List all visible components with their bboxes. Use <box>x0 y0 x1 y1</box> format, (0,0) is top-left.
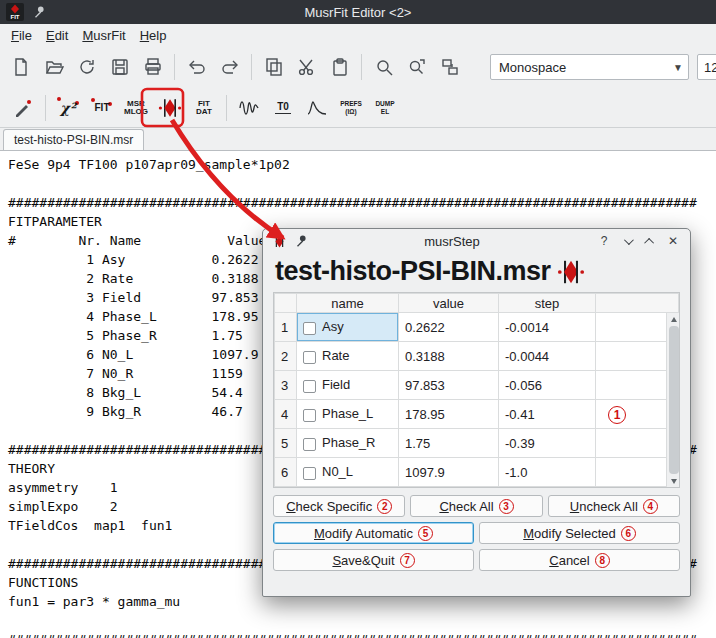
value-cell[interactable]: 1097.9 <box>399 458 499 487</box>
row-number: 1 <box>275 313 297 342</box>
paste-icon[interactable] <box>323 51 356 84</box>
menu-help[interactable]: Help <box>133 26 174 45</box>
uncheck-all-label: Uncheck All <box>570 499 638 514</box>
prefs-icon[interactable]: PREFS (ΙΩ) <box>334 91 368 125</box>
modify-selected-button[interactable]: Modify Selected 6 <box>479 522 680 544</box>
modify-automatic-button[interactable]: Modify Automatic 5 <box>273 522 474 544</box>
toolbar-separator <box>361 54 362 80</box>
name-cell[interactable]: Asy <box>297 313 399 342</box>
checkbox[interactable] <box>303 467 316 480</box>
dump-icon[interactable]: DUMP EL <box>368 91 402 125</box>
menu-musrfit[interactable]: MusrFit <box>75 26 132 45</box>
uncheck-all-button[interactable]: Uncheck All 4 <box>548 495 680 517</box>
scrollbar-thumb[interactable] <box>669 326 679 474</box>
checkbox[interactable] <box>303 380 316 393</box>
table-scrollbar[interactable] <box>666 313 679 487</box>
pin-icon[interactable] <box>294 234 308 248</box>
undo-icon[interactable] <box>180 51 213 84</box>
musrfit-app-icon[interactable]: FIT <box>6 3 24 21</box>
checkbox[interactable] <box>303 409 316 422</box>
value-cell[interactable]: 97.853 <box>399 371 499 400</box>
param-name: N0_L <box>322 464 353 479</box>
font-size-spinner[interactable]: 12 <box>697 54 716 80</box>
checkbox[interactable] <box>303 438 316 451</box>
value-cell[interactable]: 0.2622 <box>399 313 499 342</box>
column-header-name[interactable]: name <box>297 294 399 313</box>
annotation-1: 1 <box>608 406 626 424</box>
dialog-titlebar: musrStep ? ✕ <box>263 229 690 253</box>
save-quit-button[interactable]: Save&Quit 7 <box>273 549 474 571</box>
name-cell[interactable]: Phase_R <box>297 429 399 458</box>
table-row: 1 Asy 0.2622 -0.0014 <box>275 313 679 342</box>
musrstep-dialog: musrStep ? ✕ test-histo-PSI-BIN.msr name… <box>262 228 691 597</box>
close-icon[interactable]: ✕ <box>665 233 681 249</box>
name-cell[interactable]: Field <box>297 371 399 400</box>
chisq-label: χ² <box>60 100 75 116</box>
fit-label: FIT <box>95 102 110 113</box>
find-next-icon[interactable] <box>400 51 433 84</box>
checkbox[interactable] <box>303 322 316 335</box>
step-cell[interactable]: -0.39 <box>499 429 596 458</box>
musrview-icon[interactable] <box>232 91 266 125</box>
print-icon[interactable] <box>136 51 169 84</box>
name-cell[interactable]: N0_L <box>297 458 399 487</box>
pin-icon[interactable] <box>32 5 46 19</box>
annotation-4: 4 <box>643 499 658 514</box>
reload-icon[interactable] <box>70 51 103 84</box>
fit-icon[interactable]: FIT <box>85 91 119 125</box>
param-name: Asy <box>322 319 344 334</box>
step-cell[interactable]: -1.0 <box>499 458 596 487</box>
parameter-table: name value step 1 Asy 0.2622 -0.0014 2 R… <box>273 292 680 488</box>
value-cell[interactable]: 178.95 <box>399 400 499 429</box>
step-cell[interactable]: -0.056 <box>499 371 596 400</box>
dialog-heading-row: test-histo-PSI-BIN.msr <box>263 253 690 292</box>
modify-selected-label: Modify Selected <box>523 526 616 541</box>
name-cell[interactable]: Rate <box>297 342 399 371</box>
t0-icon[interactable]: T0 <box>266 91 300 125</box>
fit-dat-icon[interactable]: FIT DAT <box>187 91 221 125</box>
column-header-value[interactable]: value <box>399 294 499 313</box>
column-header-step[interactable]: step <box>499 294 596 313</box>
musrstep-dialog-icon <box>272 234 287 249</box>
value-cell[interactable]: 1.75 <box>399 429 499 458</box>
search-icon[interactable] <box>367 51 400 84</box>
fourier-icon[interactable] <box>300 91 334 125</box>
step-cell[interactable]: -0.41 <box>499 400 596 429</box>
unshade-button[interactable] <box>642 233 658 249</box>
shade-button[interactable] <box>619 233 635 249</box>
msr-mlog-icon[interactable]: MSR MLOG <box>119 91 153 125</box>
table-row: 2 Rate 0.3188 -0.0044 <box>275 342 679 371</box>
chevron-up-icon <box>644 237 654 247</box>
fit-dat-bottom-label: DAT <box>196 108 212 116</box>
check-all-button[interactable]: Check All 3 <box>410 495 542 517</box>
scroll-up-icon[interactable] <box>667 313 680 325</box>
replace-icon[interactable] <box>433 51 466 84</box>
musrstep-icon[interactable] <box>153 91 187 125</box>
name-cell[interactable]: Phase_L <box>297 400 399 429</box>
tab-msr-file[interactable]: test-histo-PSI-BIN.msr <box>3 129 144 150</box>
save-icon[interactable] <box>103 51 136 84</box>
checkbox[interactable] <box>303 351 316 364</box>
musrt0-icon[interactable] <box>6 91 40 125</box>
value-cell[interactable]: 0.3188 <box>399 342 499 371</box>
font-family-combobox[interactable]: Monospace ▼ <box>490 54 689 80</box>
copy-icon[interactable] <box>257 51 290 84</box>
row-number: 4 <box>275 400 297 429</box>
cancel-button[interactable]: Cancel 8 <box>479 549 680 571</box>
cut-icon[interactable] <box>290 51 323 84</box>
row-number: 5 <box>275 429 297 458</box>
check-specific-button[interactable]: Check Specific 2 <box>273 495 405 517</box>
column-header-empty <box>596 294 679 313</box>
help-button[interactable]: ? <box>596 233 612 249</box>
chisq-icon[interactable]: χ² <box>51 91 85 125</box>
scroll-down-icon[interactable] <box>667 475 680 487</box>
menu-edit[interactable]: Edit <box>39 26 75 45</box>
corner-header <box>275 294 297 313</box>
redo-icon[interactable] <box>213 51 246 84</box>
menu-file[interactable]: File <box>4 26 39 45</box>
open-folder-icon[interactable] <box>37 51 70 84</box>
step-cell[interactable]: -0.0014 <box>499 313 596 342</box>
new-document-icon[interactable] <box>4 51 37 84</box>
modify-automatic-label: Modify Automatic <box>314 526 413 541</box>
step-cell[interactable]: -0.0044 <box>499 342 596 371</box>
